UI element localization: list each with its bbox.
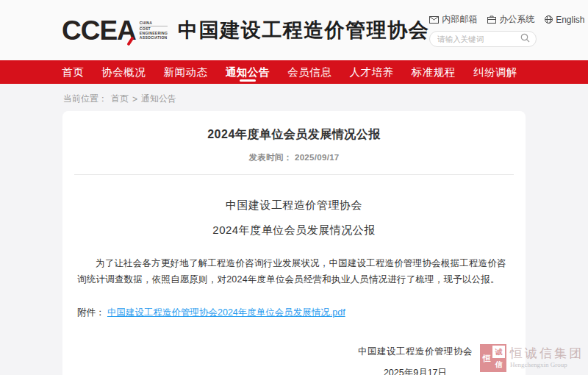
article-heading-line2: 2024年度单位会员发展情况公报 — [74, 224, 514, 238]
article-card: 2024年度单位会员发展情况公报 发表时间： 2025/09/17 中国建设工程… — [62, 111, 526, 375]
header-utilities: 内部邮箱 办公系统 English — [429, 13, 584, 47]
logo-ccea-text: CCEA — [62, 17, 136, 44]
globe-icon — [545, 15, 553, 24]
article-heading-line1: 中国建设工程造价管理协会 — [74, 199, 514, 213]
article-body: 为了让社会各方更好地了解工程造价咨询行业发展状况，中国建设工程造价管理协会根据工… — [77, 255, 511, 288]
nav-item-notices[interactable]: 通知公告 — [226, 60, 270, 84]
office-icon — [487, 15, 496, 24]
site-title: 中国建设工程造价管理协会 — [178, 17, 429, 43]
publish-time-value: 2025/09/17 — [295, 153, 340, 162]
internal-mail-link[interactable]: 内部邮箱 — [429, 13, 477, 26]
nav-item-home[interactable]: 首页 — [62, 60, 84, 84]
quick-links: 内部邮箱 办公系统 English — [429, 13, 584, 26]
nav-item-members[interactable]: 会员信息 — [287, 60, 331, 84]
breadcrumb-current-link[interactable]: 通知公告 — [141, 93, 176, 105]
office-system-link[interactable]: 办公系统 — [487, 13, 534, 26]
site-header: CCEA CHINA COST ENGINEERING ASSOCIATION … — [0, 0, 588, 60]
quick-link-label: English — [556, 15, 584, 25]
attachment-pdf-link[interactable]: 中国建设工程造价管理协会2024年度单位会员发展情况.pdf — [107, 307, 345, 318]
breadcrumb-label: 当前位置： — [63, 93, 107, 105]
quick-link-label: 内部邮箱 — [442, 13, 477, 26]
nav-item-dispute[interactable]: 纠纷调解 — [473, 60, 517, 84]
site-logo[interactable]: CCEA CHINA COST ENGINEERING ASSOCIATION … — [62, 17, 429, 44]
search-icon[interactable] — [520, 32, 530, 46]
attachment-label: 附件： — [77, 307, 105, 318]
nav-item-training[interactable]: 人才培养 — [349, 60, 393, 84]
search-input[interactable] — [437, 35, 520, 43]
publish-time: 发表时间： 2025/09/17 — [74, 152, 514, 163]
breadcrumb: 当前位置： 首页 > 通知公告 — [0, 84, 588, 111]
mail-icon — [429, 16, 439, 24]
breadcrumb-home-link[interactable]: 首页 — [111, 93, 129, 105]
english-link[interactable]: English — [545, 15, 584, 25]
main-nav: 首页 协会概况 新闻动态 通知公告 会员信息 人才培养 标准规程 纠纷调解 — [0, 60, 588, 84]
divider — [74, 174, 514, 175]
search-box — [429, 31, 537, 47]
logo-letters: CCEA — [62, 15, 136, 46]
signature-name: 中国建设工程造价管理协会 — [358, 346, 473, 358]
logo-subtext: CHINA COST ENGINEERING ASSOCIATION — [140, 21, 168, 40]
signature-date: 2025年9月17日 — [358, 367, 473, 375]
quick-link-label: 办公系统 — [499, 13, 534, 26]
nav-item-standards[interactable]: 标准规程 — [412, 60, 456, 84]
signature-block: 中国建设工程造价管理协会 2025年9月17日 — [74, 346, 514, 375]
breadcrumb-separator: > — [132, 94, 137, 104]
page: CCEA CHINA COST ENGINEERING ASSOCIATION … — [0, 0, 588, 375]
publish-time-label: 发表时间： — [248, 153, 292, 162]
article-title: 2024年度单位会员发展情况公报 — [74, 127, 514, 143]
nav-item-about[interactable]: 协会概况 — [101, 60, 146, 84]
attachment-row: 附件： 中国建设工程造价管理协会2024年度单位会员发展情况.pdf — [77, 307, 511, 319]
nav-item-news[interactable]: 新闻动态 — [164, 60, 208, 84]
